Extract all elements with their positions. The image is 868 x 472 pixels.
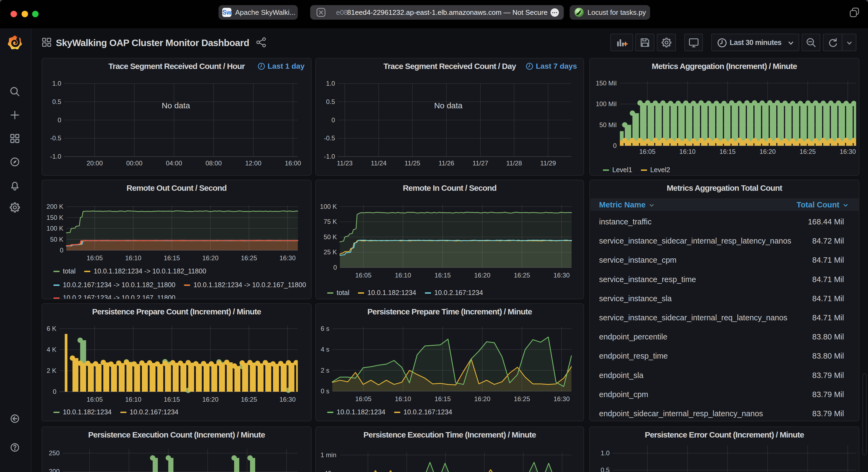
svg-text:16:00: 16:00 xyxy=(285,160,301,167)
svg-text:16:15: 16:15 xyxy=(435,272,451,279)
svg-text:11/28: 11/28 xyxy=(506,160,522,167)
svg-text:16:05: 16:05 xyxy=(355,272,371,279)
svg-text:150 Mil: 150 Mil xyxy=(596,79,617,87)
svg-text:50 K: 50 K xyxy=(324,233,337,241)
svg-text:16:25: 16:25 xyxy=(800,148,816,155)
svg-text:100 Mil: 100 Mil xyxy=(596,100,617,107)
svg-text:11/27: 11/27 xyxy=(472,160,488,167)
svg-text:16:30: 16:30 xyxy=(840,148,856,155)
svg-text:40 s: 40 s xyxy=(324,470,336,472)
svg-text:16:05: 16:05 xyxy=(87,396,103,403)
svg-text:16:05: 16:05 xyxy=(87,254,103,262)
svg-text:08:00: 08:00 xyxy=(206,160,222,167)
svg-text:16:20: 16:20 xyxy=(760,148,776,155)
svg-text:250: 250 xyxy=(49,449,60,457)
svg-text:16:25: 16:25 xyxy=(241,254,257,262)
svg-text:11/26: 11/26 xyxy=(439,160,454,167)
svg-text:0: 0 xyxy=(60,246,63,254)
svg-text:16:20: 16:20 xyxy=(202,396,218,403)
svg-text:-0.5: -0.5 xyxy=(50,134,61,142)
svg-text:16:30: 16:30 xyxy=(554,272,570,279)
svg-text:16:10: 16:10 xyxy=(125,396,141,403)
svg-text:6 s: 6 s xyxy=(321,325,329,332)
svg-text:16:20: 16:20 xyxy=(474,272,490,279)
svg-text:16:10: 16:10 xyxy=(679,148,695,155)
svg-text:04:00: 04:00 xyxy=(166,160,182,167)
svg-text:200 K: 200 K xyxy=(46,203,63,210)
svg-text:0.5: 0.5 xyxy=(601,466,610,472)
svg-text:0: 0 xyxy=(332,116,335,124)
svg-text:50 Mil: 50 Mil xyxy=(599,121,617,129)
svg-text:16:30: 16:30 xyxy=(279,254,296,262)
svg-text:16:20: 16:20 xyxy=(202,254,218,262)
svg-text:1.0: 1.0 xyxy=(52,80,61,87)
svg-text:6 K: 6 K xyxy=(46,325,56,332)
svg-text:25 K: 25 K xyxy=(324,248,337,256)
svg-text:0.5: 0.5 xyxy=(52,98,61,105)
svg-text:16:20: 16:20 xyxy=(474,395,490,403)
svg-text:0.5: 0.5 xyxy=(326,98,335,105)
svg-text:No data: No data xyxy=(434,101,462,110)
svg-text:11/23: 11/23 xyxy=(337,160,352,167)
svg-text:200: 200 xyxy=(49,468,60,472)
svg-text:16:05: 16:05 xyxy=(639,148,655,155)
svg-text:100 K: 100 K xyxy=(320,203,337,210)
svg-text:75 K: 75 K xyxy=(324,218,337,225)
svg-text:16:10: 16:10 xyxy=(395,395,411,403)
svg-text:1 min: 1 min xyxy=(320,451,336,459)
svg-text:16:15: 16:15 xyxy=(164,254,180,262)
svg-text:1.0: 1.0 xyxy=(601,449,610,457)
svg-text:-1.0: -1.0 xyxy=(324,153,335,160)
svg-text:-0.5: -0.5 xyxy=(324,134,335,142)
svg-text:2 K: 2 K xyxy=(46,367,56,374)
svg-text:16:25: 16:25 xyxy=(514,272,530,279)
svg-text:2 s: 2 s xyxy=(321,367,329,374)
svg-text:100 K: 100 K xyxy=(46,225,63,232)
svg-text:16:25: 16:25 xyxy=(241,396,257,403)
svg-text:16:25: 16:25 xyxy=(514,395,530,403)
svg-text:150 K: 150 K xyxy=(46,214,63,221)
svg-text:4 K: 4 K xyxy=(46,346,56,353)
svg-text:16:10: 16:10 xyxy=(125,254,141,262)
svg-text:4 s: 4 s xyxy=(321,346,329,353)
svg-text:16:05: 16:05 xyxy=(355,395,371,403)
svg-text:-1.0: -1.0 xyxy=(50,153,61,160)
svg-text:0: 0 xyxy=(58,116,61,124)
svg-text:0: 0 xyxy=(53,388,56,395)
svg-text:16:15: 16:15 xyxy=(719,148,736,155)
svg-text:16:30: 16:30 xyxy=(279,396,296,403)
svg-text:11/24: 11/24 xyxy=(371,160,386,167)
svg-text:16:15: 16:15 xyxy=(435,395,451,403)
svg-text:No data: No data xyxy=(161,101,190,110)
svg-text:0: 0 xyxy=(333,264,337,271)
svg-text:20:00: 20:00 xyxy=(87,160,103,167)
svg-text:16:10: 16:10 xyxy=(395,272,411,279)
svg-text:0 s: 0 s xyxy=(321,387,329,395)
svg-text:12:00: 12:00 xyxy=(245,160,261,167)
svg-text:00:00: 00:00 xyxy=(126,160,143,167)
svg-text:50 K: 50 K xyxy=(50,236,63,243)
svg-text:16:30: 16:30 xyxy=(554,395,570,403)
svg-text:1.0: 1.0 xyxy=(326,80,335,87)
svg-text:11/29: 11/29 xyxy=(540,160,556,167)
svg-text:0: 0 xyxy=(613,142,617,149)
svg-text:16:15: 16:15 xyxy=(164,396,180,403)
svg-text:11/25: 11/25 xyxy=(405,160,420,167)
